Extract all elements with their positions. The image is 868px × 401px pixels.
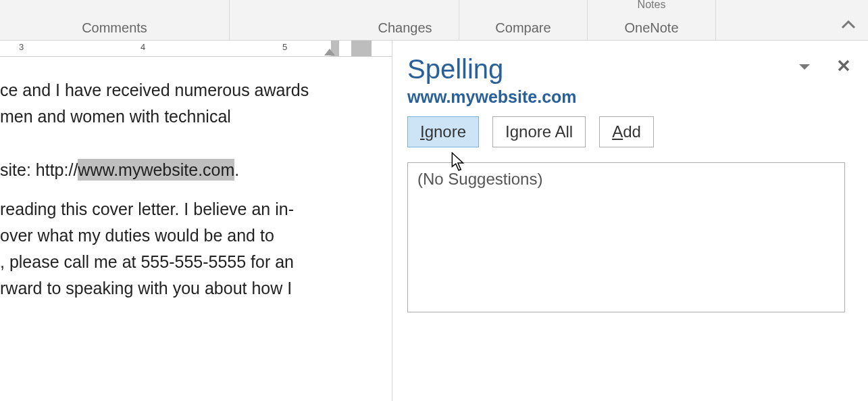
- spelling-buttons: Ignore Ignore All Add: [407, 116, 853, 147]
- ribbon-group-label: Changes: [378, 20, 432, 36]
- flagged-word: www.mywebsite.com: [407, 87, 853, 107]
- workspace: 3 4 5 ce and I have received numerous aw…: [0, 41, 868, 401]
- ruler-indent-marker[interactable]: [324, 49, 335, 55]
- ignore-button[interactable]: Ignore: [407, 116, 479, 147]
- ruler-mark: 5: [282, 42, 287, 52]
- collapse-ribbon-icon[interactable]: [841, 16, 856, 33]
- ribbon-group-label: Compare: [495, 20, 551, 36]
- spelling-pane: Spelling www.mywebsite.com Ignore Ignore…: [392, 41, 868, 401]
- ribbon-group-compare[interactable]: Compare: [459, 0, 588, 40]
- paragraph[interactable]: reading this cover letter. I believe an …: [0, 196, 392, 301]
- no-suggestions-label: (No Suggestions): [417, 170, 542, 188]
- close-icon[interactable]: [837, 55, 850, 77]
- ribbon-spacer: [230, 0, 351, 40]
- ruler-mark: 4: [141, 42, 145, 52]
- ribbon-group-label: OneNote: [624, 20, 678, 36]
- ribbon-group-changes[interactable]: Changes: [351, 0, 459, 40]
- suggestions-list[interactable]: (No Suggestions): [407, 162, 845, 312]
- ribbon: Comments Changes Compare Notes OneNote: [0, 0, 868, 41]
- pane-title: Spelling: [407, 54, 853, 85]
- ribbon-caption: Notes: [638, 0, 666, 11]
- add-button[interactable]: Add: [599, 116, 654, 147]
- ribbon-group-label: Comments: [82, 20, 147, 36]
- ribbon-group-comments[interactable]: Comments: [0, 0, 230, 40]
- document-area: 3 4 5 ce and I have received numerous aw…: [0, 41, 392, 401]
- pane-options-icon[interactable]: [798, 59, 811, 74]
- horizontal-ruler[interactable]: 3 4 5: [0, 41, 392, 57]
- paragraph[interactable]: site: http://www.mywebsite.com.: [0, 157, 392, 183]
- ignore-all-button[interactable]: Ignore All: [492, 116, 586, 147]
- paragraph[interactable]: ce and I have received numerous awards m…: [0, 77, 392, 130]
- highlighted-text[interactable]: www.mywebsite.com: [78, 159, 234, 181]
- document-page[interactable]: ce and I have received numerous awards m…: [0, 57, 392, 301]
- ribbon-group-onenote[interactable]: Notes OneNote: [588, 0, 716, 40]
- ruler-mark: 3: [19, 42, 24, 52]
